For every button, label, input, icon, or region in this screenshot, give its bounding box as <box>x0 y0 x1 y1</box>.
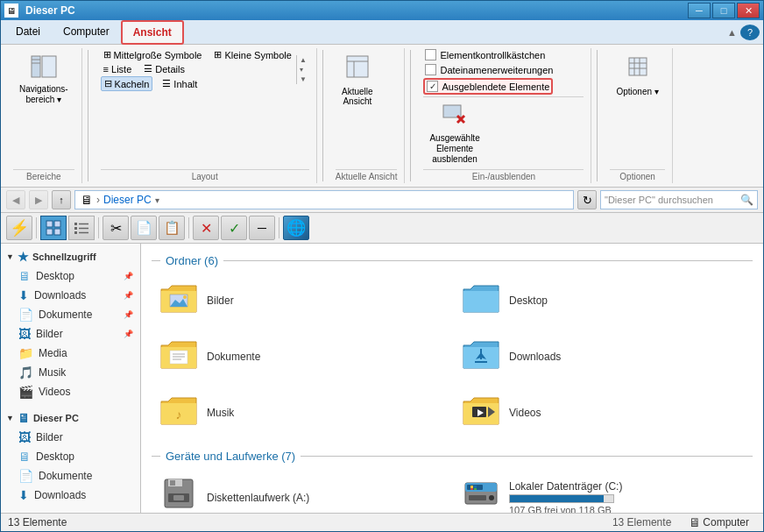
layout-scroll-down[interactable]: ▼ <box>299 74 308 84</box>
folder-desktop[interactable]: Desktop <box>454 274 753 327</box>
sidebar-item-pc-bilder[interactable]: 🖼 Bilder <box>1 428 140 447</box>
check-dateinamenerw-box <box>425 64 436 75</box>
drive-c-name: Lokaler Datenträger (C:) <box>509 480 622 493</box>
ordner-section-header: Ordner (6) <box>152 254 753 267</box>
tab-computer[interactable]: Computer <box>52 20 121 44</box>
options-group-label: Optionen <box>610 169 664 183</box>
drive-a[interactable]: Diskettenlaufwerk (A:) <box>152 470 450 513</box>
toolbar-view-tiles[interactable] <box>40 216 67 240</box>
address-path[interactable]: 🖥 › Dieser PC ▾ <box>74 190 574 209</box>
sidebar-item-videos[interactable]: 🎬 Videos <box>1 382 140 401</box>
toolbar-delete[interactable]: ✕ <box>193 216 219 240</box>
folder-videos[interactable]: Videos <box>454 387 753 439</box>
check-ausgeblendete[interactable]: ✓ Ausgeblendete Elemente <box>423 78 553 95</box>
ribbon-collapse-btn[interactable]: ▲ <box>727 27 737 38</box>
drive-c[interactable]: Lokaler Datenträger (C:) 107 GB frei von… <box>454 470 753 513</box>
downloads-label: Downloads <box>34 289 86 301</box>
title-bar: 🖥 Dieser PC ─ □ ✕ <box>1 1 763 20</box>
sidebar-item-pc-desktop[interactable]: 🖥 Desktop <box>1 447 140 466</box>
sidebar-item-media[interactable]: 📁 Media <box>1 344 140 363</box>
layout-scroll-expand[interactable]: ▾ <box>299 65 308 74</box>
crumb-dieser-pc[interactable]: Dieser PC <box>103 194 152 206</box>
drive-c-icon <box>462 476 500 513</box>
details-btn[interactable]: ☰ Details <box>141 62 187 75</box>
toolbar-rename[interactable]: ─ <box>249 216 275 240</box>
videos-folder-label: Videos <box>509 407 541 419</box>
tab-datei[interactable]: Datei <box>4 20 52 44</box>
address-dropdown[interactable]: ▾ <box>155 195 159 205</box>
toolbar-globe[interactable]: 🌐 <box>283 216 309 240</box>
current-view-button[interactable]: AktuelleAnsicht <box>336 48 379 110</box>
maximize-button[interactable]: □ <box>712 3 735 18</box>
media-label: Media <box>39 347 67 359</box>
close-button[interactable]: ✕ <box>737 3 760 18</box>
dokumente-pin: 📌 <box>124 310 133 319</box>
folder-dokumente[interactable]: Dokumente <box>152 330 450 383</box>
back-button[interactable]: ◀ <box>6 190 25 209</box>
toolbar-cut[interactable]: ✂ <box>103 216 129 240</box>
up-button[interactable]: ↑ <box>52 190 71 209</box>
pc-bilder-icon: 🖼 <box>18 430 31 444</box>
svg-rect-16 <box>54 221 60 227</box>
musik-folder-label: Musik <box>207 407 234 419</box>
videos-icon: 🎬 <box>18 385 33 399</box>
mittelgrosse-symbole-btn[interactable]: ⊞ Mittelgroße Symbole <box>101 48 205 61</box>
layout-label: Layout <box>101 169 309 183</box>
liste-btn[interactable]: ≡ Liste <box>101 62 135 75</box>
crumb-sep: › <box>96 194 100 206</box>
folder-downloads[interactable]: Downloads <box>454 330 753 383</box>
layout-content: ⊞ Mittelgroße Symbole ⊞ Kleine Symbole ≡… <box>101 48 309 169</box>
sidebar-item-musik[interactable]: 🎵 Musik <box>1 363 140 382</box>
sidebar-item-pc-dokumente[interactable]: 📄 Dokumente <box>1 466 140 486</box>
dokumente-icon: 📄 <box>18 308 33 322</box>
tab-ansicht[interactable]: Ansicht <box>121 20 184 45</box>
help-button[interactable]: ? <box>740 25 760 40</box>
toolbar-pin-btn[interactable]: ⚡ <box>6 216 32 240</box>
svg-rect-15 <box>46 221 53 227</box>
drives-grid: Diskettenlaufwerk (A:) <box>152 470 753 513</box>
breadcrumb: 🖥 › Dieser PC <box>81 193 152 207</box>
sidebar-item-dokumente[interactable]: 📄 Dokumente 📌 <box>1 305 140 324</box>
kacheln-btn[interactable]: ⊟ Kacheln <box>101 76 153 91</box>
check-dateinamenerw[interactable]: Dateinamenerweiterungen <box>423 63 555 76</box>
refresh-button[interactable]: ↻ <box>577 190 597 209</box>
options-button[interactable]: Optionen ▾ <box>610 48 664 101</box>
folder-musik[interactable]: ♪ Musik <box>152 387 450 439</box>
geraete-section-header: Geräte und Laufwerke (7) <box>152 450 753 463</box>
sidebar-schnellzugriff-header[interactable]: ▼ ★ Schnellzugriff <box>1 247 140 266</box>
sidebar-item-downloads[interactable]: ⬇ Downloads 📌 <box>1 286 140 305</box>
minimize-button[interactable]: ─ <box>688 3 711 18</box>
check-elementkontroll[interactable]: Elementkontrollkästchen <box>423 48 547 61</box>
folder-bilder[interactable]: Bilder <box>152 274 450 327</box>
toolbar-paste[interactable]: 📋 <box>159 216 185 240</box>
sidebar-section-schnellzugriff: ▼ ★ Schnellzugriff 🖥 Desktop 📌 ⬇ Downloa… <box>1 244 140 405</box>
toolbar-sep2 <box>98 217 99 238</box>
navigation-pane-button[interactable]: Navigations-bereich ▾ <box>13 48 74 110</box>
drive-c-bar-container <box>509 494 614 503</box>
dokumente-label: Dokumente <box>39 309 92 321</box>
details-icon: ☰ <box>144 63 152 74</box>
drive-c-bar <box>510 495 604 502</box>
kleine-symbole-btn[interactable]: ⊞ Kleine Symbole <box>211 48 294 61</box>
nav-pane-label: Navigations-bereich ▾ <box>19 84 68 105</box>
toolbar-copy[interactable]: 📄 <box>131 216 157 240</box>
toolbar-view-list[interactable] <box>68 216 95 240</box>
downloads-icon: ⬇ <box>18 288 29 302</box>
ordner-line-left <box>152 260 160 261</box>
toolbar-confirm[interactable]: ✓ <box>221 216 247 240</box>
ribbon-group-options: Optionen ▾ Optionen <box>603 48 672 183</box>
bilder-pin: 📌 <box>124 330 133 338</box>
layout-scroll-up[interactable]: ▲ <box>299 55 308 65</box>
hide-selected-button[interactable]: AusgewählteElementeausblenden <box>423 99 485 169</box>
search-box[interactable]: "Dieser PC" durchsuchen 🔍 <box>600 190 758 209</box>
inhalt-btn[interactable]: ☰ Inhalt <box>159 76 200 91</box>
musik-icon: 🎵 <box>18 365 33 379</box>
sidebar-dieser-pc-header[interactable]: ▼ 🖥 Dieser PC <box>1 408 140 428</box>
sep1 <box>88 50 88 181</box>
sidebar-item-desktop[interactable]: 🖥 Desktop 📌 <box>1 266 140 286</box>
forward-button[interactable]: ▶ <box>29 190 48 209</box>
sidebar-item-bilder[interactable]: 🖼 Bilder 📌 <box>1 324 140 344</box>
desktop-icon: 🖥 <box>18 269 31 283</box>
desktop-folder-icon <box>462 280 500 321</box>
sidebar-item-pc-downloads[interactable]: ⬇ Downloads <box>1 486 140 505</box>
